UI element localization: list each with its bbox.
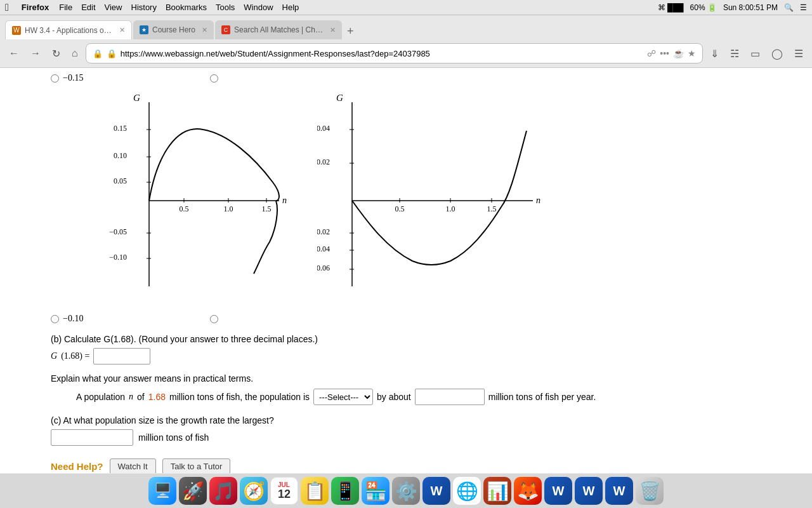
svg-text:0.10: 0.10 — [114, 151, 127, 160]
left-graph-svg: G n 0.15 0.10 0.05 −0.05 −0.10 0.5 — [51, 90, 292, 299]
more-icon[interactable]: ••• — [660, 48, 669, 58]
menu-window[interactable]: Window — [244, 3, 273, 12]
explain-of: of — [137, 392, 145, 402]
part-c-label: (c) At what population size is the growt… — [51, 415, 761, 425]
explain-by-about: by about — [377, 392, 411, 402]
tab-bar: W HW 3.4 - Applications of Quadra... ✕ ★… — [0, 15, 812, 39]
tab-chegg-label: Search All Matches | Chegg.com — [234, 25, 324, 34]
tab-coursehero-close[interactable]: ✕ — [202, 26, 207, 34]
explain-prompt: Explain what your answer means in practi… — [51, 373, 761, 384]
watch-it-button[interactable]: Watch It — [110, 458, 156, 474]
tab-hw[interactable]: W HW 3.4 - Applications of Quadra... ✕ — [5, 20, 132, 39]
svg-text:−0.10: −0.10 — [109, 253, 127, 262]
menu-bookmarks[interactable]: Bookmarks — [166, 3, 207, 12]
svg-text:1.5: 1.5 — [262, 204, 272, 213]
menu-extras-icon[interactable]: ☰ — [800, 3, 807, 12]
svg-text:−0.02: −0.02 — [317, 227, 330, 236]
left-graph: G n 0.15 0.10 0.05 −0.05 −0.10 0.5 — [51, 90, 292, 301]
shield-icon: 🔒 — [93, 49, 103, 58]
g168-label: G — [51, 351, 57, 361]
svg-text:1.5: 1.5 — [487, 204, 497, 213]
search-icon[interactable]: 🔍 — [784, 3, 794, 12]
svg-text:0.05: 0.05 — [114, 177, 127, 185]
menu-app-name[interactable]: Firefox — [22, 3, 49, 12]
explain-section: Explain what your answer means in practi… — [51, 373, 761, 405]
svg-text:1.0: 1.0 — [224, 204, 233, 213]
svg-text:0.5: 0.5 — [180, 204, 189, 213]
svg-text:0.15: 0.15 — [114, 124, 127, 133]
svg-text:0.02: 0.02 — [317, 157, 330, 166]
hamburger-button[interactable]: ☰ — [790, 45, 807, 62]
svg-text:−0.05: −0.05 — [109, 227, 127, 236]
radio-top-right[interactable] — [210, 74, 218, 83]
right-graph: G n 0.04 0.02 −0.02 −0.04 −0.06 0.5 — [317, 90, 558, 301]
menu-right: ⌘ ███ 60% 🔋 Sun 8:00:51 PM 🔍 ☰ — [658, 3, 807, 12]
radio-top-left[interactable] — [51, 74, 59, 83]
select-dropdown[interactable]: ---Select--- increasing decreasing — [313, 389, 373, 405]
menu-view[interactable]: View — [105, 3, 122, 12]
lock-icon: 🔒 — [107, 49, 117, 58]
svg-text:1.0: 1.0 — [446, 204, 455, 213]
menu-file[interactable]: File — [59, 3, 72, 12]
bookmark-star-icon[interactable]: ★ — [688, 48, 696, 58]
refresh-button[interactable]: ↻ — [48, 45, 64, 62]
explain-text-a-population: A population — [76, 392, 125, 402]
back-button[interactable]: ← — [5, 45, 23, 62]
right-graph-svg: G n 0.04 0.02 −0.02 −0.04 −0.06 0.5 — [317, 90, 558, 299]
apple-menu[interactable]:  — [5, 2, 9, 13]
n-var: n — [129, 392, 133, 402]
talk-to-tutor-button[interactable]: Talk to a Tutor — [162, 458, 231, 474]
part-c-suffix: million tons of fish — [138, 432, 209, 443]
clock: Sun 8:00:51 PM — [723, 3, 778, 12]
radio-bottom-left[interactable] — [51, 315, 59, 323]
top-radio-row: −0.15 — [51, 68, 761, 83]
menu-history[interactable]: History — [131, 3, 157, 12]
tab-coursehero-label: Course Hero — [152, 25, 195, 34]
library-button[interactable]: ☵ — [726, 45, 743, 62]
reader-icon[interactable]: ☍ — [647, 48, 656, 58]
svg-text:0.5: 0.5 — [395, 204, 405, 213]
url-input[interactable] — [121, 49, 644, 58]
explain-input[interactable] — [415, 389, 485, 405]
tab-hw-close[interactable]: ✕ — [119, 26, 125, 34]
toolbar-right: ⇓ ☵ ▭ ◯ ☰ — [707, 45, 807, 62]
tab-coursehero[interactable]: ★ Course Hero ✕ — [133, 20, 214, 39]
part-c-input[interactable] — [51, 429, 133, 446]
sidebar-button[interactable]: ▭ — [747, 45, 764, 62]
explain-suffix: million tons of fish per year. — [488, 392, 596, 402]
svg-text:n: n — [282, 196, 287, 205]
svg-text:G: G — [133, 93, 140, 103]
download-button[interactable]: ⇓ — [707, 45, 723, 62]
browser-toolbar: ← → ↻ ⌂ 🔒 🔒 ☍ ••• ☕ ★ ⇓ ☵ ▭ ◯ ☰ — [0, 39, 812, 67]
menu-items: File Edit View History Bookmarks Tools W… — [59, 3, 299, 12]
tab-chegg-close[interactable]: ✕ — [330, 26, 336, 34]
svg-text:−0.06: −0.06 — [317, 264, 330, 272]
graph-label-neg010: −0.10 — [63, 314, 83, 324]
explain-1.68: 1.68 — [148, 392, 166, 402]
part-c-answer-row: million tons of fish — [51, 429, 761, 446]
need-help-section: Need Help? Watch It Talk to a Tutor — [51, 458, 761, 474]
menu-tools[interactable]: Tools — [216, 3, 235, 12]
graph-label-neg015: −0.15 — [63, 73, 83, 83]
part-b-input[interactable] — [93, 348, 150, 364]
radio-bottom-right[interactable] — [210, 315, 218, 323]
graphs-row: G n 0.15 0.10 0.05 −0.05 −0.10 0.5 — [51, 90, 761, 301]
address-bar: 🔒 🔒 ☍ ••• ☕ ★ — [86, 43, 703, 64]
home-button[interactable]: ⌂ — [68, 45, 82, 62]
part-c: (c) At what population size is the growt… — [51, 415, 761, 446]
menu-edit[interactable]: Edit — [81, 3, 95, 12]
tab-chegg[interactable]: C Search All Matches | Chegg.com ✕ — [215, 20, 342, 39]
wifi-icon: ⌘ ███ — [658, 3, 684, 12]
bottom-radio-row: −0.10 — [51, 314, 761, 324]
battery-status: 60% 🔋 — [690, 3, 717, 12]
browser-chrome: W HW 3.4 - Applications of Quadra... ✕ ★… — [0, 15, 812, 68]
svg-text:−0.04: −0.04 — [317, 244, 330, 253]
svg-text:n: n — [536, 196, 540, 205]
explain-million-text: million tons of fish, the population is — [169, 392, 310, 402]
dock: 🖥️ 🚀 🎵 🧭 JUL12 📋 📱 🏪 ⚙️ W 🌐 📊 🦊 W W W 🗑️ — [0, 473, 812, 474]
new-tab-button[interactable]: + — [343, 23, 358, 39]
menu-help[interactable]: Help — [282, 3, 299, 12]
profile-button[interactable]: ◯ — [768, 45, 787, 62]
pocket-icon[interactable]: ☕ — [673, 48, 684, 58]
forward-button[interactable]: → — [27, 45, 44, 62]
